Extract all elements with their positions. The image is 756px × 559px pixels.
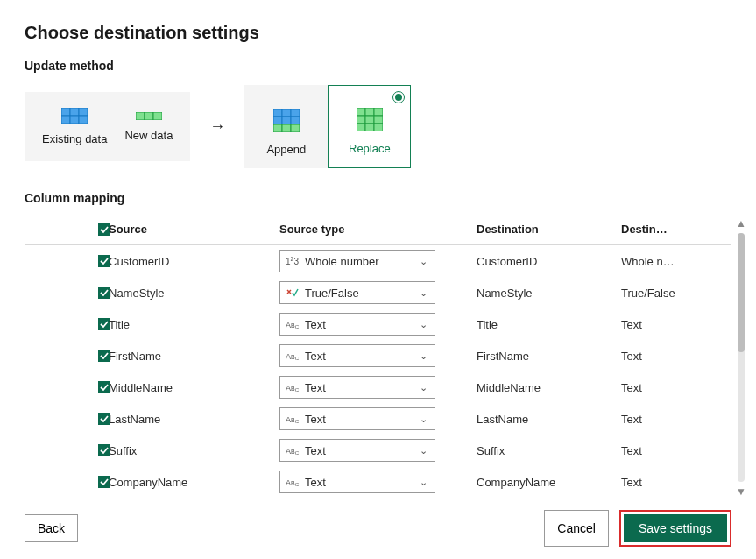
table-append-icon [273,109,300,132]
svg-rect-8 [153,112,162,120]
source-type-value: Text [305,350,420,363]
highlight-box: Save settings [619,510,731,547]
svg-rect-14 [291,117,300,124]
source-type-value: True/False [305,287,420,300]
source-cell: Suffix [109,444,279,457]
source-type-value: Whole number [305,255,420,268]
existing-data-label: Existing data [42,132,107,145]
table-row: NameStyleTrue/False⌄NameStyleTrue/False [25,277,731,308]
svg-rect-24 [357,124,365,131]
source-type-select[interactable]: ABCText⌄ [279,313,435,336]
svg-rect-9 [273,109,282,117]
table-row: CompanyNameABCText⌄CompanyNameText [25,466,731,498]
destination-type-cell: Text [621,350,722,363]
source-type-select[interactable]: True/False⌄ [279,281,435,304]
table-row: CustomerID123Whole number⌄CustomerIDWhol… [25,245,731,277]
table-replace-icon [357,108,383,131]
destination-cell: MiddleName [477,381,621,394]
source-type-select[interactable]: ABCText⌄ [279,471,435,493]
radio-selected-icon [392,91,405,103]
new-data-label: New data [124,129,173,142]
svg-rect-6 [136,112,145,120]
source-type-select[interactable]: ABCText⌄ [279,376,435,399]
source-type-select[interactable]: ABCText⌄ [279,407,435,430]
replace-label: Replace [349,142,391,155]
append-option[interactable]: Append [244,85,328,168]
svg-rect-16 [282,124,291,132]
destination-type-cell: Whole n… [621,255,722,268]
section-update-method: Update method [25,59,731,73]
table-row: SuffixABCText⌄SuffixText [25,435,731,466]
svg-text:ABC: ABC [286,415,300,424]
source-type-select[interactable]: ABCText⌄ [279,439,435,462]
svg-rect-2 [79,108,88,116]
chevron-down-icon: ⌄ [420,382,427,393]
destination-cell: CustomerID [477,255,621,268]
destination-cell: FirstName [477,350,621,363]
svg-text:ABC: ABC [286,447,300,456]
type-icon: ABC [286,381,300,393]
source-cell: CustomerID [109,255,279,268]
svg-text:ABC: ABC [286,352,300,361]
append-label: Append [266,143,306,156]
source-type-select[interactable]: ABCText⌄ [279,344,435,367]
chevron-down-icon: ⌄ [420,287,427,299]
destination-cell: Title [477,318,621,331]
source-cell: Title [109,318,279,331]
svg-text:ABC: ABC [286,321,300,329]
svg-text:123: 123 [286,256,299,266]
destination-type-cell: Text [621,476,722,489]
source-type-value: Text [305,381,420,394]
svg-rect-18 [357,108,365,116]
col-source-type[interactable]: Source type [279,223,477,236]
svg-rect-17 [291,124,300,132]
chevron-down-icon: ⌄ [420,350,427,362]
cancel-button[interactable]: Cancel [544,510,609,547]
source-type-value: Text [305,476,420,489]
svg-rect-5 [79,116,88,124]
scroll-down-icon[interactable]: ▼ [736,485,746,498]
source-cell: FirstName [109,350,279,363]
destination-cell: NameStyle [477,287,621,300]
table-row: FirstNameABCText⌄FirstNameText [25,340,731,371]
arrow-right-icon: → [209,117,225,136]
type-icon [286,287,300,299]
table-row: MiddleNameABCText⌄MiddleNameText [25,371,731,403]
replace-option[interactable]: Replace [328,85,411,168]
type-icon: ABC [286,476,300,488]
col-destination[interactable]: Destination [477,223,621,236]
scroll-up-icon[interactable]: ▲ [736,217,746,230]
chevron-down-icon: ⌄ [420,445,427,456]
destination-cell: Suffix [477,444,621,457]
svg-rect-21 [357,116,365,124]
destination-cell: LastName [477,413,621,426]
col-source[interactable]: Source [109,223,279,236]
back-button[interactable]: Back [25,514,78,542]
svg-rect-3 [61,116,70,124]
destination-type-cell: True/False [621,287,722,300]
scrollbar[interactable]: ▲ ▼ [735,217,747,498]
table-row: LastNameABCText⌄LastNameText [25,403,731,435]
destination-type-cell: Text [621,444,722,457]
svg-rect-22 [365,116,374,124]
svg-rect-4 [70,116,79,124]
type-icon: ABC [286,444,300,456]
svg-rect-19 [365,108,374,116]
destination-type-cell: Text [621,381,722,394]
page-title: Choose destination settings [25,23,731,43]
svg-text:ABC: ABC [286,478,300,487]
svg-rect-25 [365,124,374,131]
type-icon: ABC [286,318,300,330]
row-green-icon [136,112,162,120]
col-destination-type[interactable]: Destin… [621,223,722,236]
source-type-value: Text [305,444,420,457]
save-settings-button[interactable]: Save settings [624,514,727,542]
destination-type-cell: Text [621,318,722,331]
source-type-select[interactable]: 123Whole number⌄ [279,250,435,272]
chevron-down-icon: ⌄ [420,477,427,488]
svg-rect-11 [291,109,300,117]
chevron-down-icon: ⌄ [420,319,427,330]
source-cell: LastName [109,413,279,426]
svg-rect-26 [374,124,383,131]
svg-text:ABC: ABC [286,384,300,393]
